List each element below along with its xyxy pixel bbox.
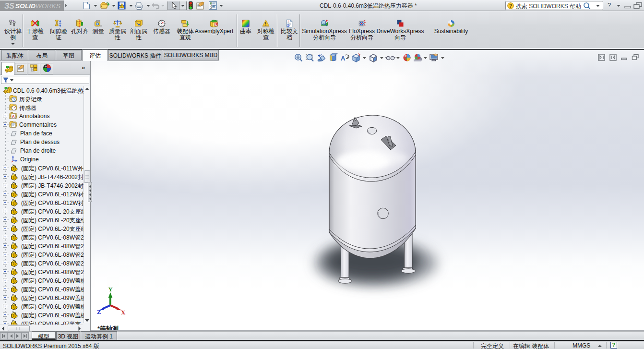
svg-text:Y: Y: [108, 286, 113, 293]
svg-text:SOLID: SOLID: [15, 2, 36, 10]
svg-text:?: ?: [509, 3, 512, 9]
svg-text:WORKS: WORKS: [36, 2, 60, 10]
svg-text:ЗS: ЗS: [4, 2, 14, 10]
svg-text:Z: Z: [97, 308, 101, 315]
svg-text:A: A: [12, 114, 15, 119]
svg-text:?: ?: [287, 25, 289, 27]
svg-text:X: X: [121, 309, 126, 316]
